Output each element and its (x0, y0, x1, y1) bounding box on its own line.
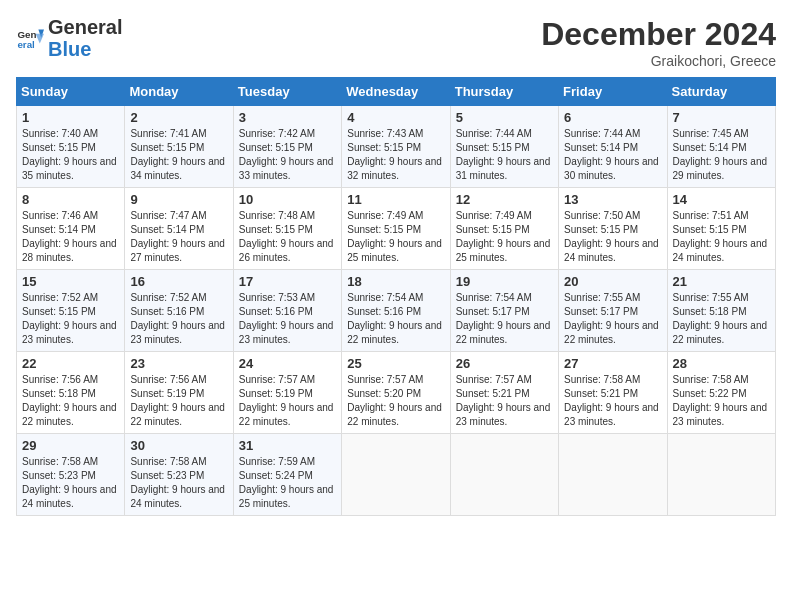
day-number: 26 (456, 356, 553, 371)
day-cell: 30 Sunrise: 7:58 AM Sunset: 5:23 PM Dayl… (125, 434, 233, 516)
location: Graikochori, Greece (541, 53, 776, 69)
day-cell: 1 Sunrise: 7:40 AM Sunset: 5:15 PM Dayli… (17, 106, 125, 188)
day-cell: 20 Sunrise: 7:55 AM Sunset: 5:17 PM Dayl… (559, 270, 667, 352)
day-cell: 4 Sunrise: 7:43 AM Sunset: 5:15 PM Dayli… (342, 106, 450, 188)
day-number: 27 (564, 356, 661, 371)
day-number: 8 (22, 192, 119, 207)
day-cell: 31 Sunrise: 7:59 AM Sunset: 5:24 PM Dayl… (233, 434, 341, 516)
day-cell (559, 434, 667, 516)
day-cell: 23 Sunrise: 7:56 AM Sunset: 5:19 PM Dayl… (125, 352, 233, 434)
day-cell: 24 Sunrise: 7:57 AM Sunset: 5:19 PM Dayl… (233, 352, 341, 434)
day-number: 20 (564, 274, 661, 289)
logo-icon: Gen eral (16, 24, 44, 52)
day-cell (667, 434, 775, 516)
day-number: 30 (130, 438, 227, 453)
day-info: Sunrise: 7:56 AM Sunset: 5:19 PM Dayligh… (130, 373, 227, 429)
day-number: 19 (456, 274, 553, 289)
col-header-wednesday: Wednesday (342, 78, 450, 106)
day-info: Sunrise: 7:57 AM Sunset: 5:21 PM Dayligh… (456, 373, 553, 429)
day-cell: 27 Sunrise: 7:58 AM Sunset: 5:21 PM Dayl… (559, 352, 667, 434)
day-info: Sunrise: 7:49 AM Sunset: 5:15 PM Dayligh… (347, 209, 444, 265)
day-info: Sunrise: 7:59 AM Sunset: 5:24 PM Dayligh… (239, 455, 336, 511)
day-number: 5 (456, 110, 553, 125)
day-cell: 9 Sunrise: 7:47 AM Sunset: 5:14 PM Dayli… (125, 188, 233, 270)
day-number: 11 (347, 192, 444, 207)
day-number: 22 (22, 356, 119, 371)
week-row-5: 29 Sunrise: 7:58 AM Sunset: 5:23 PM Dayl… (17, 434, 776, 516)
day-info: Sunrise: 7:55 AM Sunset: 5:18 PM Dayligh… (673, 291, 770, 347)
day-number: 17 (239, 274, 336, 289)
day-info: Sunrise: 7:46 AM Sunset: 5:14 PM Dayligh… (22, 209, 119, 265)
day-cell: 12 Sunrise: 7:49 AM Sunset: 5:15 PM Dayl… (450, 188, 558, 270)
day-info: Sunrise: 7:54 AM Sunset: 5:17 PM Dayligh… (456, 291, 553, 347)
day-number: 31 (239, 438, 336, 453)
svg-marker-3 (36, 34, 44, 44)
day-cell: 3 Sunrise: 7:42 AM Sunset: 5:15 PM Dayli… (233, 106, 341, 188)
day-cell: 10 Sunrise: 7:48 AM Sunset: 5:15 PM Dayl… (233, 188, 341, 270)
day-number: 1 (22, 110, 119, 125)
col-header-monday: Monday (125, 78, 233, 106)
week-row-1: 1 Sunrise: 7:40 AM Sunset: 5:15 PM Dayli… (17, 106, 776, 188)
day-info: Sunrise: 7:43 AM Sunset: 5:15 PM Dayligh… (347, 127, 444, 183)
day-cell: 19 Sunrise: 7:54 AM Sunset: 5:17 PM Dayl… (450, 270, 558, 352)
day-cell (342, 434, 450, 516)
day-info: Sunrise: 7:58 AM Sunset: 5:23 PM Dayligh… (22, 455, 119, 511)
day-info: Sunrise: 7:57 AM Sunset: 5:19 PM Dayligh… (239, 373, 336, 429)
col-header-saturday: Saturday (667, 78, 775, 106)
day-cell: 28 Sunrise: 7:58 AM Sunset: 5:22 PM Dayl… (667, 352, 775, 434)
day-info: Sunrise: 7:56 AM Sunset: 5:18 PM Dayligh… (22, 373, 119, 429)
day-info: Sunrise: 7:47 AM Sunset: 5:14 PM Dayligh… (130, 209, 227, 265)
day-info: Sunrise: 7:49 AM Sunset: 5:15 PM Dayligh… (456, 209, 553, 265)
day-info: Sunrise: 7:58 AM Sunset: 5:23 PM Dayligh… (130, 455, 227, 511)
header: Gen eral General Blue December 2024 Grai… (16, 16, 776, 69)
day-number: 29 (22, 438, 119, 453)
day-number: 21 (673, 274, 770, 289)
day-info: Sunrise: 7:58 AM Sunset: 5:21 PM Dayligh… (564, 373, 661, 429)
day-number: 25 (347, 356, 444, 371)
day-number: 7 (673, 110, 770, 125)
day-info: Sunrise: 7:57 AM Sunset: 5:20 PM Dayligh… (347, 373, 444, 429)
day-number: 14 (673, 192, 770, 207)
day-cell: 25 Sunrise: 7:57 AM Sunset: 5:20 PM Dayl… (342, 352, 450, 434)
day-cell: 7 Sunrise: 7:45 AM Sunset: 5:14 PM Dayli… (667, 106, 775, 188)
day-cell: 6 Sunrise: 7:44 AM Sunset: 5:14 PM Dayli… (559, 106, 667, 188)
day-info: Sunrise: 7:53 AM Sunset: 5:16 PM Dayligh… (239, 291, 336, 347)
day-cell: 2 Sunrise: 7:41 AM Sunset: 5:15 PM Dayli… (125, 106, 233, 188)
day-info: Sunrise: 7:55 AM Sunset: 5:17 PM Dayligh… (564, 291, 661, 347)
day-number: 4 (347, 110, 444, 125)
day-info: Sunrise: 7:48 AM Sunset: 5:15 PM Dayligh… (239, 209, 336, 265)
day-info: Sunrise: 7:50 AM Sunset: 5:15 PM Dayligh… (564, 209, 661, 265)
col-header-friday: Friday (559, 78, 667, 106)
week-row-4: 22 Sunrise: 7:56 AM Sunset: 5:18 PM Dayl… (17, 352, 776, 434)
day-info: Sunrise: 7:54 AM Sunset: 5:16 PM Dayligh… (347, 291, 444, 347)
day-number: 16 (130, 274, 227, 289)
day-info: Sunrise: 7:51 AM Sunset: 5:15 PM Dayligh… (673, 209, 770, 265)
day-cell: 15 Sunrise: 7:52 AM Sunset: 5:15 PM Dayl… (17, 270, 125, 352)
day-cell: 14 Sunrise: 7:51 AM Sunset: 5:15 PM Dayl… (667, 188, 775, 270)
logo: Gen eral General Blue (16, 16, 122, 60)
day-info: Sunrise: 7:44 AM Sunset: 5:14 PM Dayligh… (564, 127, 661, 183)
logo-text: General Blue (48, 16, 122, 60)
day-cell: 26 Sunrise: 7:57 AM Sunset: 5:21 PM Dayl… (450, 352, 558, 434)
week-row-3: 15 Sunrise: 7:52 AM Sunset: 5:15 PM Dayl… (17, 270, 776, 352)
day-number: 10 (239, 192, 336, 207)
header-row: SundayMondayTuesdayWednesdayThursdayFrid… (17, 78, 776, 106)
day-info: Sunrise: 7:40 AM Sunset: 5:15 PM Dayligh… (22, 127, 119, 183)
day-cell: 21 Sunrise: 7:55 AM Sunset: 5:18 PM Dayl… (667, 270, 775, 352)
col-header-sunday: Sunday (17, 78, 125, 106)
day-info: Sunrise: 7:41 AM Sunset: 5:15 PM Dayligh… (130, 127, 227, 183)
day-cell: 16 Sunrise: 7:52 AM Sunset: 5:16 PM Dayl… (125, 270, 233, 352)
day-number: 6 (564, 110, 661, 125)
svg-text:eral: eral (17, 39, 35, 50)
day-number: 12 (456, 192, 553, 207)
day-info: Sunrise: 7:44 AM Sunset: 5:15 PM Dayligh… (456, 127, 553, 183)
day-cell: 17 Sunrise: 7:53 AM Sunset: 5:16 PM Dayl… (233, 270, 341, 352)
day-cell (450, 434, 558, 516)
day-number: 28 (673, 356, 770, 371)
day-number: 2 (130, 110, 227, 125)
day-cell: 8 Sunrise: 7:46 AM Sunset: 5:14 PM Dayli… (17, 188, 125, 270)
week-row-2: 8 Sunrise: 7:46 AM Sunset: 5:14 PM Dayli… (17, 188, 776, 270)
day-number: 15 (22, 274, 119, 289)
col-header-thursday: Thursday (450, 78, 558, 106)
day-number: 18 (347, 274, 444, 289)
